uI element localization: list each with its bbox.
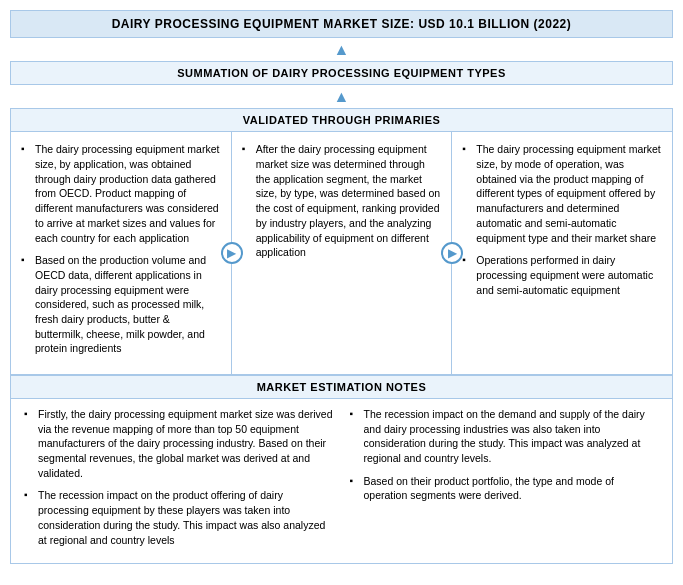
market-col-right: The recession impact on the demand and s… bbox=[342, 407, 668, 555]
main-title: DAIRY PROCESSING EQUIPMENT MARKET SIZE: … bbox=[10, 10, 673, 38]
list-item: The dairy processing equipment market si… bbox=[462, 142, 662, 245]
market-left-list: Firstly, the dairy processing equipment … bbox=[24, 407, 334, 547]
market-right-list: The recession impact on the demand and s… bbox=[350, 407, 660, 503]
market-col-left: Firstly, the dairy processing equipment … bbox=[16, 407, 342, 555]
list-item: Based on their product portfolio, the ty… bbox=[350, 474, 660, 503]
arrow-down-1: ▲ bbox=[10, 38, 673, 61]
list-item: Based on the production volume and OECD … bbox=[21, 253, 221, 356]
col-panel-1: The dairy processing equipment market si… bbox=[11, 132, 232, 374]
title-text: DAIRY PROCESSING EQUIPMENT MARKET SIZE: … bbox=[112, 17, 572, 31]
col-3-list: The dairy processing equipment market si… bbox=[462, 142, 662, 297]
col-panel-2: After the dairy processing equipment mar… bbox=[232, 132, 453, 374]
list-item: The recession impact on the product offe… bbox=[24, 488, 334, 547]
summation-text: SUMMATION OF DAIRY PROCESSING EQUIPMENT … bbox=[177, 67, 506, 79]
market-section: MARKET ESTIMATION NOTES Firstly, the dai… bbox=[10, 375, 673, 564]
list-item: The dairy processing equipment market si… bbox=[21, 142, 221, 245]
col-panel-3: The dairy processing equipment market si… bbox=[452, 132, 672, 374]
three-col-container: The dairy processing equipment market si… bbox=[10, 132, 673, 375]
outer-wrapper: DAIRY PROCESSING EQUIPMENT MARKET SIZE: … bbox=[0, 0, 683, 574]
col-2-list: After the dairy processing equipment mar… bbox=[242, 142, 442, 260]
list-item: After the dairy processing equipment mar… bbox=[242, 142, 442, 260]
market-body: Firstly, the dairy processing equipment … bbox=[11, 399, 672, 563]
list-item: Firstly, the dairy processing equipment … bbox=[24, 407, 334, 480]
summation-header: SUMMATION OF DAIRY PROCESSING EQUIPMENT … bbox=[10, 61, 673, 85]
market-estimation-text: MARKET ESTIMATION NOTES bbox=[257, 381, 427, 393]
list-item: The recession impact on the demand and s… bbox=[350, 407, 660, 466]
market-header: MARKET ESTIMATION NOTES bbox=[11, 375, 672, 399]
arrow-circle-1: ▶ bbox=[221, 242, 243, 264]
col-1-list: The dairy processing equipment market si… bbox=[21, 142, 221, 356]
validated-text: VALIDATED THROUGH PRIMARIES bbox=[243, 114, 441, 126]
arrow-down-2: ▲ bbox=[10, 85, 673, 108]
validated-header: VALIDATED THROUGH PRIMARIES bbox=[10, 108, 673, 132]
arrow-circle-2: ▶ bbox=[441, 242, 463, 264]
list-item: Operations performed in dairy processing… bbox=[462, 253, 662, 297]
